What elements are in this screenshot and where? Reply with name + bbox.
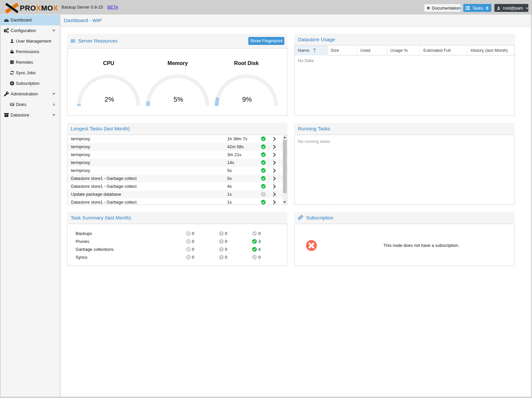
svg-text:?: ? <box>263 192 265 196</box>
